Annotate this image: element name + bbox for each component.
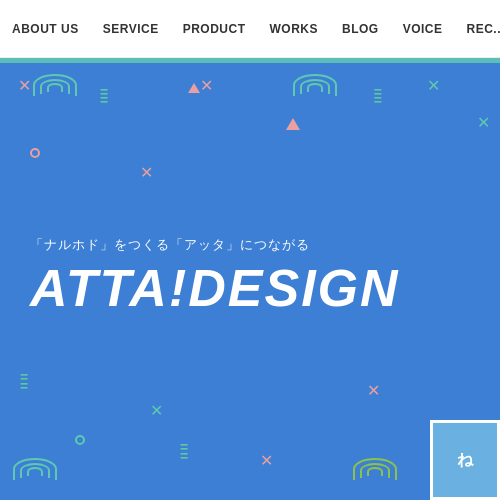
nav-item-service[interactable]: SERVICE — [101, 18, 161, 40]
nav-item-blog[interactable]: BLOG — [340, 18, 381, 40]
x-deco-1: ✕ — [18, 76, 31, 95]
triangle-deco-2 — [188, 83, 200, 93]
x-deco-8: ✕ — [367, 381, 380, 400]
eq-deco-4: == — [374, 88, 380, 105]
eq-deco-2: == — [20, 373, 26, 390]
x-deco-4: ✕ — [140, 163, 153, 182]
nav-item-about[interactable]: ABOUT US — [10, 18, 81, 40]
nav-item-rec[interactable]: REC... — [465, 18, 501, 40]
x-deco-6: ✕ — [260, 451, 273, 470]
eq-deco-3: == — [180, 443, 186, 460]
cta-button[interactable]: ね — [430, 420, 500, 500]
nav-item-voice[interactable]: VOICE — [401, 18, 445, 40]
cta-button-label: ね — [457, 450, 473, 471]
navbar: ABOUT US SERVICE PRODUCT WORKS BLOG VOIC… — [0, 0, 500, 58]
arc-deco-1 — [30, 66, 80, 96]
x-deco-5: ✕ — [150, 401, 163, 420]
x-deco-2: ✕ — [200, 76, 213, 95]
x-deco-3: ✕ — [427, 76, 440, 95]
top-deco-bar — [0, 58, 500, 63]
hero-section: ✕ ✕ ✕ ✕ ✕ ✕ ✕ ✕ == == == == — [0, 58, 500, 500]
circle-deco-2 — [75, 435, 85, 445]
circle-deco-1 — [30, 148, 40, 158]
triangle-deco-1 — [286, 118, 300, 130]
x-deco-7: ✕ — [477, 113, 490, 132]
arc-deco-3 — [350, 450, 400, 480]
arc-deco-2 — [10, 450, 60, 480]
hero-subtitle: 「ナルホド」をつくる「アッタ」につながる — [30, 236, 400, 254]
hero-title: ATTA!DESiGN — [30, 262, 400, 314]
eq-deco-1: == — [100, 88, 106, 105]
hero-content: 「ナルホド」をつくる「アッタ」につながる ATTA!DESiGN — [30, 236, 400, 314]
nav-item-works[interactable]: WORKS — [267, 18, 320, 40]
nav-item-product[interactable]: PRODUCT — [181, 18, 248, 40]
arc-deco-4 — [290, 66, 340, 96]
